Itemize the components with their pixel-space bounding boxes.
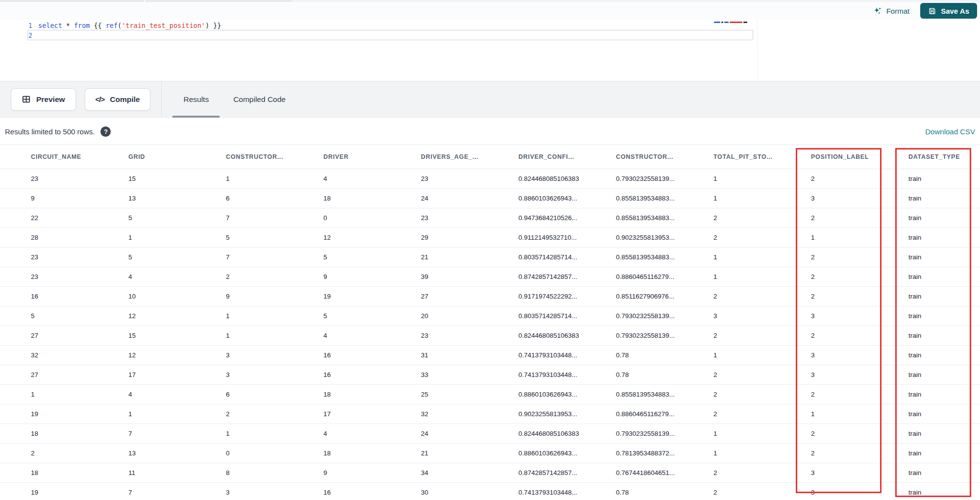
table-cell: 19 [31,410,128,418]
table-cell: 0.9023255813953... [518,410,616,418]
paren-open: ( [118,22,122,29]
sql-keyword: from [74,22,90,29]
table-cell: 11 [128,469,226,476]
format-label: Format [886,7,910,15]
save-as-label: Save As [941,7,969,15]
column-header[interactable]: CONSTRUCTOR... [226,153,323,160]
table-cell: 7 [226,214,323,222]
table-cell: 30 [421,489,518,496]
table-cell: 0.9023255813953... [616,234,713,241]
table-cell: 5 [128,214,226,222]
table-cell: 0.8035714285714... [518,312,616,320]
action-bar: Preview </> Compile Results Compiled Cod… [0,81,980,118]
vertical-divider [161,81,162,118]
table-cell: 22 [31,214,128,222]
column-header[interactable]: GRID [128,153,226,160]
table-cell: 0.8860103626943... [518,391,616,398]
column-header[interactable]: DRIVERS_AGE_... [421,153,518,160]
table-cell: 12 [128,312,226,320]
annotation-box-dataset-type [895,148,971,497]
table-cell: 0.7674418604651... [616,469,713,476]
table-cell: 2 [226,410,323,418]
table-cell: 1 [226,312,323,320]
table-cell: 21 [421,450,518,457]
table-cell: 2 [31,450,128,457]
table-cell: 4 [128,273,226,280]
table-cell: 4 [323,430,421,437]
editor-toolbar: Format Save As [0,2,980,20]
table-cell: 5 [323,312,421,320]
table-cell: 23 [31,175,128,182]
table-cell: 20 [421,312,518,320]
minimap-mark [721,22,723,23]
table-cell: 16 [323,351,421,359]
table-cell: 32 [421,410,518,418]
sql-keyword: select [38,22,62,29]
tab-results[interactable]: Results [182,81,210,118]
table-cell: 27 [31,332,128,339]
table-cell: 6 [226,195,323,202]
table-cell: 15 [128,332,226,339]
table-cell: 13 [128,195,226,202]
table-cell: 7 [128,489,226,496]
table-cell: 23 [31,273,128,280]
table-cell: 23 [421,175,518,182]
table-cell: 0.7413793103448... [518,371,616,378]
table-cell: 0.7930232558139... [616,312,713,320]
table-cell: 0.7930232558139... [616,332,713,339]
minimap-mark [743,22,747,23]
table-cell: 17 [323,410,421,418]
line-number: 2 [0,31,32,39]
table-cell: 23 [421,214,518,222]
table-cell: 0.824468085106383 [518,332,616,339]
table-cell: 0.78 [616,489,713,496]
table-cell: 32 [31,351,128,359]
table-cell: 9 [323,469,421,476]
preview-button[interactable]: Preview [11,88,76,111]
help-icon[interactable]: ? [100,126,111,137]
table-cell: 17 [128,371,226,378]
table-cell: 12 [323,234,421,241]
column-header[interactable]: DRIVER_CONFI... [518,153,616,160]
table-cell: 39 [421,273,518,280]
tab-label: Results [183,95,209,104]
code-line-1[interactable]: 1 select*from{{ref('train_test_position'… [0,21,980,30]
table-cell: 24 [421,430,518,437]
table-cell: 0.8558139534883... [616,253,713,261]
table-cell: 23 [31,253,128,261]
table-cell: 8 [226,469,323,476]
compile-button[interactable]: </> Compile [85,88,151,111]
download-csv-link[interactable]: Download CSV [925,127,975,136]
editor-minimap[interactable] [714,21,747,24]
compile-label: Compile [110,95,140,104]
table-cell: 9 [31,195,128,202]
table-cell: 0.8558139534883... [616,214,713,222]
table-cell: 0.8860103626943... [518,450,616,457]
tab-compiled-code[interactable]: Compiled Code [232,81,287,118]
sql-code-editor[interactable]: 1 select*from{{ref('train_test_position'… [0,20,980,81]
table-cell: 27 [31,371,128,378]
jinja-close: }} [213,22,221,29]
table-cell: 0.9473684210526... [518,214,616,222]
table-cell: 0.8742857142857... [518,469,616,476]
table-cell: 18 [323,195,421,202]
table-cell: 0.8742857142857... [518,273,616,280]
table-cell: 0.8860465116279... [616,410,713,418]
code-line-2[interactable]: 2 [0,30,980,40]
code-icon: </> [96,95,105,103]
minimap-separator [757,20,758,81]
table-cell: 1 [226,332,323,339]
table-cell: 12 [128,351,226,359]
column-header[interactable]: CIRCUIT_NAME [31,153,128,160]
save-as-button[interactable]: Save As [920,3,977,19]
column-header[interactable]: DRIVER [323,153,421,160]
format-button[interactable]: Format [873,6,910,16]
table-cell: 5 [323,253,421,261]
minimap-mark [714,22,720,23]
table-cell: 0.7930232558139... [616,175,713,182]
table-cell: 0.7413793103448... [518,489,616,496]
table-cell: 9 [226,293,323,300]
table-cell: 0.78 [616,351,713,359]
column-header[interactable]: CONSTRUCTOR... [616,153,713,160]
annotation-box-position-label [796,148,882,493]
